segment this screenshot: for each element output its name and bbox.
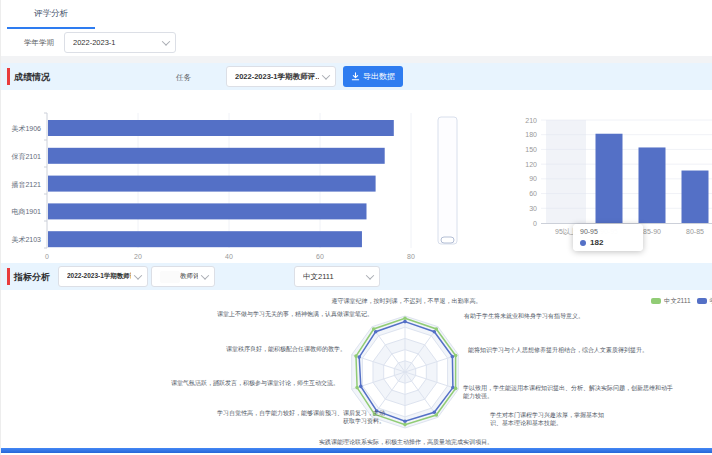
radar-point[interactable] [454,387,458,391]
radar-indicator-label-7: 课堂气氛活跃，踊跃发言，积极参与课堂讨论，师生互动交流。 [169,379,339,387]
dist-bar-85-90[interactable] [639,147,666,223]
class-bar-美术2103[interactable] [48,231,362,247]
score-section-title: 成绩情况 [14,71,50,84]
radar-point[interactable] [403,423,407,427]
tooltip-value: 182 [590,238,603,247]
class-bar-保育2101[interactable] [48,148,385,164]
category-label: 美术2103 [11,236,41,243]
class-select[interactable]: 中文2111 [294,266,380,287]
y-tick-label: 60 [529,190,537,197]
category-label: 电商1901 [11,208,41,215]
indicator-radar-chart: 中文2111学 遵守课堂纪律，按时到课，不迟到，不早退，出勤率高。有助于学生将来… [7,290,712,448]
datazoom-handle[interactable] [441,237,454,243]
bottom-accent-bar [1,448,712,453]
class-select-value: 中文2111 [303,272,334,282]
radar-point[interactable] [403,316,407,320]
y-tick-label: 150 [525,146,537,153]
tab-label: 评学分析 [34,8,68,20]
class-bar-播音2121[interactable] [48,176,376,192]
y-tick-label: 30 [529,205,537,212]
score-section-header: 成绩情况 任务 2022-2023-1学期教师评… 导出数据 [1,63,712,90]
radar-indicator-label-1: 有助于学生将来就业和终身学习有指导意义。 [464,312,707,320]
export-data-button[interactable]: 导出数据 [343,66,403,87]
indicator-task-select[interactable]: 2022-2023-1学期教师评… [58,266,148,287]
radar-point[interactable] [357,355,361,359]
radar-point[interactable] [435,327,439,331]
chart-tooltip: 90-95 182 [573,224,643,251]
semester-filter-row: 学年学期 2022-2023-1 [1,29,712,56]
download-icon [351,72,360,81]
task-label: 任务 [176,73,191,83]
chevron-down-icon [322,71,330,79]
dist-bar-90-95[interactable] [596,134,623,223]
x-tick-label: 20 [134,253,142,260]
radar-point[interactable] [435,413,439,417]
y-tick-label: 120 [525,161,537,168]
indicator-task-select-value: 2022-2023-1学期教师评… [67,272,131,281]
section-accent-bar [7,268,10,285]
legend-item-0[interactable]: 中文2111 [651,297,691,306]
legend-item-1[interactable]: 学 [697,297,712,306]
chevron-down-icon [201,271,209,279]
datazoom-slider[interactable] [438,117,457,244]
app-root: 评学分析 学年学期 2022-2023-1 成绩情况 任务 2022-2023-… [0,0,712,455]
radar-point[interactable] [403,320,407,324]
export-button-label: 导出数据 [363,71,395,82]
radar-point[interactable] [403,420,407,424]
class-score-bar-chart: 020406080美术1906保育2101播音2121电商1901美术2103 [7,95,501,265]
y-tick-label: 90 [529,175,537,182]
x-tick-label: 40 [225,253,233,260]
survey-select-value: 教师评学调… [180,272,198,281]
x-tick-label: 0 [45,253,49,260]
class-bar-电商1901[interactable] [48,203,367,219]
radar-indicator-label-4: 学生对本门课程学习兴趣浓厚，掌握基本知识、基本理论和基本技能。 [490,411,615,427]
indicator-section-header: 指标分析 2022-2023-1学期教师评… 教师评学调… 中文2111 [1,263,712,290]
y-tick-label: 180 [525,131,537,138]
section-divider [1,56,712,63]
radar-indicator-label-2: 能将知识学习与个人思想修养提升相结合，综合人文素质得到提升。 [468,346,711,354]
radar-point[interactable] [451,355,455,359]
x-tick-label: 60 [316,253,324,260]
radar-point[interactable] [372,327,376,331]
radar-point[interactable] [355,386,359,390]
category-label: 保育2101 [11,152,41,160]
tab-evaluation-analysis[interactable]: 评学分析 [7,0,95,29]
radar-indicator-label-0: 遵守课堂纪律，按时到课，不迟到，不早退，出勤率高。 [319,297,494,305]
task-select-value: 2022-2023-1学期教师评… [235,72,319,82]
semester-select[interactable]: 2022-2023-1 [64,32,176,53]
legend-label: 中文2111 [664,297,691,306]
y-tick-label: 0 [533,220,537,227]
hover-shadow-band [546,120,586,223]
task-select[interactable]: 2022-2023-1学期教师评… [226,66,336,87]
semester-label: 学年学期 [24,38,54,48]
redacted-text [160,271,180,283]
chart-legend: 中文2111学 [651,295,712,307]
dist-bar-80-85[interactable] [682,171,709,223]
class-score-chart-canvas: 020406080美术1906保育2101播音2121电商1901美术2103 [7,95,501,265]
radar-indicator-label-5: 实践课能理论联系实际，积极主动操作，高质量地完成实训项目。 [286,438,526,446]
x-category-label: 80-85 [686,228,704,235]
radar-point[interactable] [454,354,458,358]
legend-swatch [651,298,661,304]
radar-point[interactable] [354,354,358,358]
x-tick-label: 80 [407,253,415,260]
class-bar-美术1906[interactable] [48,120,394,136]
radar-indicator-label-6: 学习自觉性高，自学能力较好，能够课前预习、课后复习，主动获取学习资料。 [213,409,385,425]
radar-point[interactable] [359,385,363,389]
radar-indicator-label-8: 课堂秩序良好，能积极配合任课教师的教学。 [176,345,346,353]
indicator-section-title: 指标分析 [14,271,50,284]
y-tick-label: 210 [525,117,537,124]
chevron-down-icon [162,37,170,45]
section-accent-bar [7,68,10,85]
radar-indicator-label-3: 学以致用，学生能运用本课程知识提出、分析、解决实际问题，创新思维和动手能力较强。 [463,384,678,400]
category-label: 美术1906 [11,125,41,132]
x-category-label: 85-90 [643,228,661,235]
chevron-down-icon [134,271,142,279]
category-label: 播音2121 [11,181,41,189]
chevron-down-icon [366,271,374,279]
tooltip-title: 90-95 [580,228,636,235]
legend-swatch [697,298,707,304]
tab-bar: 评学分析 [1,0,712,30]
radar-indicator-label-9: 课堂上不做与学习无关的事，精神饱满，认真做课堂笔记。 [193,310,373,318]
survey-select[interactable]: 教师评学调… [151,266,215,287]
